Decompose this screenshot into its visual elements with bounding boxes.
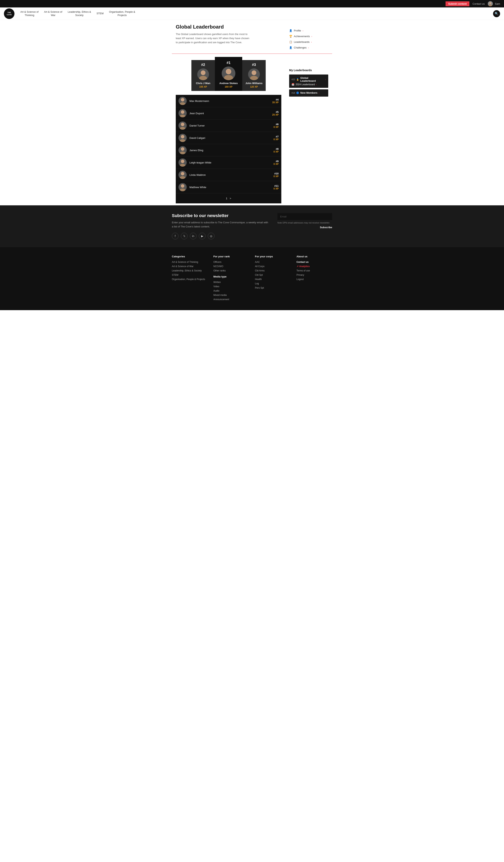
achievements-arrow: › bbox=[311, 35, 312, 38]
lb-avatar-7 bbox=[178, 183, 187, 191]
side-nav-leaderboards[interactable]: 📋 Leaderboards › bbox=[289, 39, 328, 45]
svg-point-17 bbox=[180, 152, 185, 154]
side-nav-profile[interactable]: 👤 Profile › bbox=[289, 28, 328, 34]
footer-category-link[interactable]: STEM bbox=[172, 274, 208, 276]
footer-corps-link[interactable]: Log bbox=[255, 282, 291, 285]
footer-media-link[interactable]: Mixed media bbox=[213, 294, 249, 297]
right-panel: 👤 Profile › 🏆 Achievements › 📋 Leaderboa… bbox=[289, 24, 328, 50]
email-input[interactable] bbox=[277, 213, 332, 220]
lb-name-2: Daniel Turner bbox=[189, 124, 274, 127]
footer-about-link[interactable]: Terms of use bbox=[296, 269, 332, 272]
svg-point-6 bbox=[252, 70, 256, 75]
contact-us-link[interactable]: Contact us bbox=[473, 2, 485, 5]
site-logo[interactable]: THECOVE bbox=[4, 9, 14, 19]
nav-leadership[interactable]: Leadership, Ethics & Society bbox=[68, 10, 91, 17]
footer-corps-link[interactable]: All Corps bbox=[255, 265, 291, 268]
my-leaderboards-panel: My Leaderboards #22 🏅 Global Leaderboard… bbox=[289, 57, 328, 204]
footer-category-link[interactable]: Leadership, Ethics & Society bbox=[172, 269, 208, 272]
lb-avatar-5 bbox=[178, 158, 187, 167]
lb-name-3: David Caligari bbox=[189, 136, 274, 140]
svg-point-4 bbox=[226, 69, 231, 74]
global-lb-arrow: › bbox=[325, 78, 326, 81]
newsletter-title: Subscribe to our newsletter bbox=[172, 213, 269, 218]
youtube-icon[interactable]: ▶ bbox=[199, 233, 205, 239]
twitter-x-icon[interactable]: 𝕏 bbox=[181, 233, 187, 239]
global-lb-icon: 🏅 bbox=[296, 78, 299, 81]
podium-third-name: John Williams bbox=[246, 82, 262, 85]
footer-category-link[interactable]: Art & Science of War bbox=[172, 265, 208, 268]
footer-corps-title: For your corps bbox=[255, 255, 291, 258]
linkedin-icon[interactable]: in bbox=[190, 233, 197, 239]
side-nav-challenges[interactable]: 👤 Challenges › bbox=[289, 45, 328, 50]
svg-point-23 bbox=[180, 188, 185, 191]
logo-text: THECOVE bbox=[6, 12, 12, 16]
footer-category-link[interactable]: Organisation, People & Projects bbox=[172, 278, 208, 280]
search-button[interactable]: 🔍 bbox=[493, 10, 500, 17]
lb-avatar-6 bbox=[178, 171, 187, 179]
svg-point-13 bbox=[180, 127, 185, 130]
footer-about-link[interactable]: Logout bbox=[296, 278, 332, 280]
global-leaderboard-card[interactable]: #22 🏅 Global Leaderboard › 📅 2024 Leader… bbox=[289, 75, 328, 88]
podium-first-name: Andrew Stokes bbox=[220, 82, 238, 85]
lb-avatar-4 bbox=[178, 146, 187, 154]
lb-rank-xp-4: #8 0 XP bbox=[274, 147, 279, 153]
footer-inner: Categories Art & Science of ThinkingArt … bbox=[172, 255, 332, 302]
svg-point-0 bbox=[489, 2, 491, 4]
new-members-card[interactable]: #18 🔵 New Members › bbox=[289, 89, 328, 96]
subscribe-button[interactable]: Subscribe bbox=[320, 226, 332, 229]
page-number-1[interactable]: 1 bbox=[226, 197, 227, 200]
top-bar: Submit content Contact us Sam bbox=[0, 0, 504, 8]
main-nav: THECOVE Art & Science of Thinking Art & … bbox=[0, 8, 504, 20]
my-leaderboards-title: My Leaderboards bbox=[289, 69, 328, 72]
footer-category-link[interactable]: Art & Science of Thinking bbox=[172, 261, 208, 263]
nav-art-science-war[interactable]: Art & Science of War bbox=[44, 10, 62, 17]
nav-items: Art & Science of Thinking Art & Science … bbox=[20, 10, 493, 17]
nav-org[interactable]: Organisation, People & Projects bbox=[109, 10, 135, 17]
table-row: Linda Waldron #10 0 XP bbox=[176, 169, 281, 181]
podium-third-rank: #3 bbox=[252, 63, 256, 67]
side-nav-leaderboards-label: Leaderboards bbox=[294, 40, 309, 43]
footer-rank-link[interactable]: NCO/WO bbox=[213, 265, 249, 268]
table-row: Daniel Turner #6 0 XP bbox=[176, 119, 281, 132]
side-nav-achievements[interactable]: 🏆 Achievements › bbox=[289, 34, 328, 39]
footer-categories: Categories Art & Science of ThinkingArt … bbox=[172, 255, 208, 302]
footer-media-link[interactable]: Written bbox=[213, 281, 249, 284]
footer-media-link[interactable]: Video bbox=[213, 285, 249, 288]
footer-media-link[interactable]: Audio bbox=[213, 289, 249, 292]
footer-corps-link[interactable]: Pers Spt bbox=[255, 287, 291, 289]
page-next-arrow[interactable]: > bbox=[230, 197, 231, 200]
footer-categories-title: Categories bbox=[172, 255, 208, 258]
svg-point-20 bbox=[181, 172, 184, 175]
footer-about-link[interactable]: Privacy bbox=[296, 274, 332, 276]
podium-second-name: Chris J Man bbox=[196, 82, 210, 85]
podium-third-avatar bbox=[248, 68, 260, 80]
nav-stem[interactable]: STEM bbox=[96, 12, 104, 15]
lb-rank-xp-2: #6 0 XP bbox=[274, 123, 279, 129]
social-icons: f 𝕏 in ▶ ◎ bbox=[172, 233, 269, 239]
footer-rank-link[interactable]: Other ranks bbox=[213, 269, 249, 272]
leaderboard-layout: #2 Chris J Man 155 XP #1 Andrew Stokes 1… bbox=[172, 57, 332, 204]
nav-art-science-thinking[interactable]: Art & Science of Thinking bbox=[20, 10, 39, 17]
svg-point-8 bbox=[181, 98, 184, 102]
footer-corps-link[interactable]: AAC bbox=[255, 261, 291, 263]
footer-media-link[interactable]: Announcement bbox=[213, 298, 249, 301]
instagram-icon[interactable]: ◎ bbox=[208, 233, 214, 239]
footer-media-title: Media type bbox=[213, 275, 249, 278]
footer-rank-link[interactable]: Officers bbox=[213, 261, 249, 263]
lb-name-7: Matthew White bbox=[189, 186, 274, 189]
footer-corps-link[interactable]: Health bbox=[255, 278, 291, 280]
submit-content-button[interactable]: Submit content bbox=[446, 1, 469, 6]
leaderboards-arrow: › bbox=[311, 41, 312, 43]
new-members-arrow: › bbox=[319, 92, 319, 94]
footer-about-link[interactable]: ↗ Analytics bbox=[296, 265, 332, 268]
footer-corps-link[interactable]: Cbt Arms bbox=[255, 269, 291, 272]
page-description: The Global Leaderboard shows gamified us… bbox=[176, 32, 250, 44]
footer-about-link[interactable]: Contact us bbox=[296, 261, 332, 263]
podium-third: #3 John Williams 120 XP bbox=[242, 60, 266, 91]
footer-rank-title: For your rank bbox=[213, 255, 249, 258]
footer-corps-link[interactable]: Cbt Spt bbox=[255, 274, 291, 276]
footer: Categories Art & Science of ThinkingArt … bbox=[0, 247, 504, 310]
podium-second-xp: 155 XP bbox=[199, 86, 207, 88]
email-note: Note DPN email addresses may not receive… bbox=[277, 222, 332, 224]
facebook-icon[interactable]: f bbox=[172, 233, 178, 239]
